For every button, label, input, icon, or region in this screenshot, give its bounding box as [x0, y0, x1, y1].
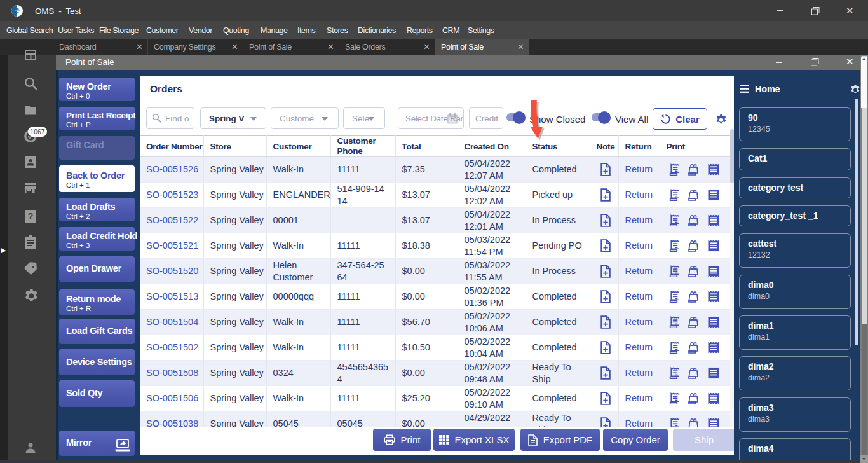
svg-text:?: ? — [28, 211, 34, 221]
